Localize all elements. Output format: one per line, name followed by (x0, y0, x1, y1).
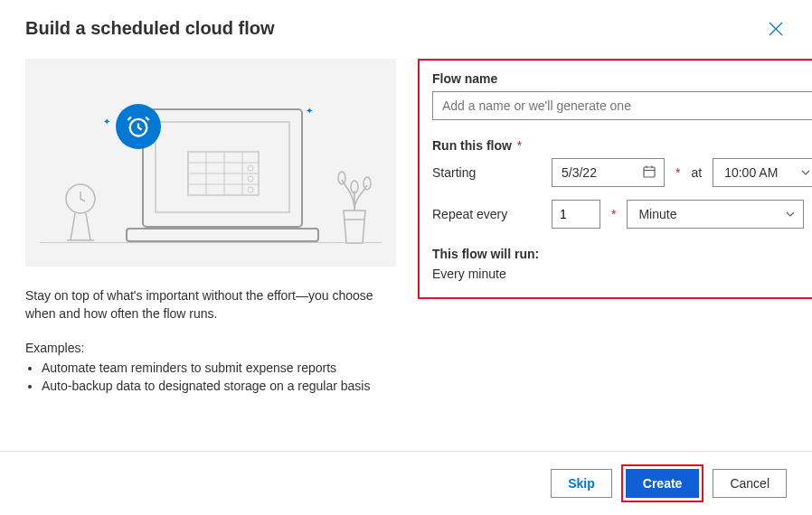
repeat-label: Repeat every (432, 207, 541, 221)
unit-text: Minute (638, 207, 676, 221)
create-button[interactable]: Create (626, 469, 700, 498)
repeat-row: Repeat every * Minute * (432, 200, 812, 229)
chevron-down-icon (785, 209, 796, 220)
alarm-clock-icon (116, 104, 161, 149)
examples-label: Examples: (25, 341, 396, 355)
chevron-down-icon (800, 167, 811, 178)
scheduled-flow-dialog: Build a scheduled cloud flow ✦ ✦ (0, 0, 812, 515)
at-label: at (691, 165, 702, 180)
svg-point-13 (248, 187, 253, 192)
run-flow-label: Run this flow * (432, 138, 812, 153)
svg-point-16 (364, 177, 371, 190)
example-item: Automate team reminders to submit expens… (42, 359, 396, 377)
required-marker: * (611, 207, 616, 221)
dialog-title: Build a scheduled cloud flow (25, 18, 275, 39)
svg-rect-3 (127, 229, 318, 241)
example-item: Auto-backup data to designated storage o… (42, 377, 396, 395)
close-icon (769, 22, 783, 36)
repeat-unit-select[interactable]: Minute (627, 200, 803, 229)
dialog-body: ✦ ✦ (25, 59, 787, 497)
run-summary-section: This flow will run: Every minute (432, 247, 812, 281)
repeat-value-input[interactable] (552, 200, 600, 229)
date-text: 5/3/22 (562, 165, 597, 180)
dialog-footer: Skip Create Cancel (0, 451, 812, 506)
required-marker: * (675, 165, 680, 180)
svg-rect-2 (156, 122, 289, 212)
svg-point-15 (338, 172, 345, 184)
svg-rect-1 (143, 109, 302, 227)
create-button-highlight: Create (621, 464, 704, 502)
form-panel: Flow name Run this flow * Starting 5/3/2… (418, 59, 812, 299)
examples-list: Automate team reminders to submit expens… (25, 359, 396, 395)
starting-label: Starting (432, 165, 541, 180)
skip-button[interactable]: Skip (551, 469, 612, 498)
svg-point-12 (248, 176, 253, 182)
cancel-button[interactable]: Cancel (713, 469, 787, 498)
svg-point-11 (248, 165, 253, 171)
left-panel: ✦ ✦ (25, 59, 396, 497)
flow-name-label: Flow name (432, 71, 812, 86)
flow-name-input[interactable] (432, 91, 812, 120)
clock-icon (61, 181, 99, 244)
description-text: Stay on top of what's important without … (25, 286, 396, 323)
starting-row: Starting 5/3/22 * at 10:00 AM (432, 158, 812, 187)
starting-time-select[interactable]: 10:00 AM (713, 158, 812, 187)
illustration: ✦ ✦ (25, 59, 396, 267)
dialog-header: Build a scheduled cloud flow (25, 18, 787, 42)
summary-text: Every minute (432, 267, 812, 281)
close-button[interactable] (765, 18, 787, 42)
flow-name-section: Flow name (432, 71, 812, 120)
svg-rect-19 (644, 167, 655, 177)
time-text: 10:00 AM (724, 165, 778, 180)
summary-label: This flow will run: (432, 247, 812, 261)
starting-date-input[interactable]: 5/3/22 (552, 158, 665, 187)
plant-icon (335, 167, 374, 248)
calendar-icon[interactable] (638, 161, 660, 185)
run-flow-section: Run this flow * Starting 5/3/22 * at 10:… (432, 138, 812, 229)
